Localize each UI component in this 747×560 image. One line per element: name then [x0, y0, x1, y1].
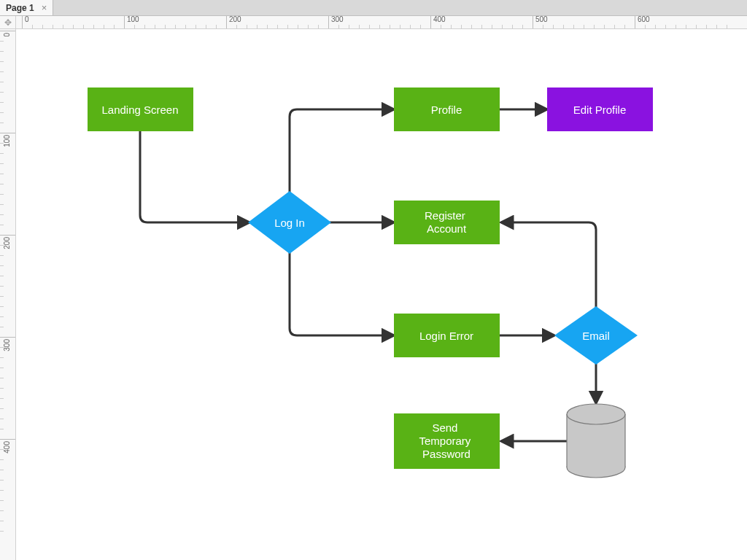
ruler-v-minor [0, 102, 4, 103]
ruler-v-minor [0, 347, 4, 348]
ruler-h-minor [349, 25, 349, 28]
ruler-h-minor [604, 25, 605, 28]
ruler-v-minor [0, 408, 4, 409]
ruler-v-major: 300 [0, 337, 16, 338]
node-label: Log In [274, 217, 305, 229]
ruler-v-minor [0, 122, 4, 123]
ruler-v-major: 0 [0, 31, 16, 31]
node-datastore[interactable] [567, 404, 625, 478]
close-icon[interactable]: × [42, 2, 47, 13]
ruler-v-minor [0, 174, 4, 174]
ruler-h-minor [573, 25, 574, 28]
node-profile[interactable]: Profile [394, 88, 500, 131]
ruler-h-minor [257, 25, 258, 28]
ruler-h-minor [93, 25, 94, 28]
ruler-h-minor [471, 25, 472, 28]
ruler-h-minor [563, 25, 564, 28]
edge-email-register[interactable] [501, 222, 596, 308]
ruler-h-minor [63, 25, 63, 28]
ruler-h-minor [42, 25, 43, 28]
ruler-h-minor [410, 25, 411, 28]
ruler-v-minor [0, 510, 4, 511]
ruler-h-minor [73, 25, 74, 28]
ruler-v-minor [0, 276, 4, 276]
ruler-h-minor [379, 25, 380, 28]
ruler-v-minor [0, 286, 4, 287]
ruler-h-minor [236, 25, 237, 28]
edge-landing-login[interactable] [140, 131, 249, 222]
node-email[interactable]: Email [554, 306, 638, 365]
ruler-v-major: 200 [0, 235, 16, 236]
ruler-v-minor [0, 398, 4, 399]
ruler-v-minor [0, 521, 4, 521]
node-label: Profile [431, 104, 462, 116]
ruler-h-minor [686, 25, 686, 28]
ruler-h-major: 400 [430, 16, 446, 28]
ruler-v-minor [0, 429, 4, 429]
svg-point-11 [567, 404, 625, 424]
ruler-v-minor [0, 531, 4, 532]
ruler-v-minor [0, 265, 4, 266]
ruler-h-minor [53, 25, 53, 28]
ruler-v-minor [0, 500, 4, 501]
ruler-v-minor [0, 255, 4, 256]
ruler-h-minor [175, 25, 176, 28]
ruler-row: ✥ 0100200300400500600 [0, 16, 747, 29]
ruler-v-minor [0, 41, 4, 42]
ruler-h-minor [308, 25, 309, 28]
ruler-v-minor [0, 316, 4, 317]
ruler-h-minor [696, 25, 697, 28]
ruler-h-minor [390, 25, 390, 28]
ruler-h-minor [216, 25, 217, 28]
ruler-h-minor [594, 25, 595, 28]
ruler-v-minor [0, 296, 4, 297]
node-label: Edit Profile [573, 104, 627, 116]
ruler-v-major: 400 [0, 439, 16, 440]
ruler-h-minor [461, 25, 462, 28]
ruler-h-minor [492, 25, 492, 28]
ruler-h-major: 300 [328, 16, 344, 28]
ruler-h-minor [451, 25, 452, 28]
ruler-h-major: 100 [124, 16, 139, 28]
ruler-v-minor [0, 357, 4, 358]
ruler-v-minor [0, 143, 4, 144]
ruler-v-minor [0, 194, 4, 195]
ruler-h-minor [655, 25, 656, 28]
ruler-v-major: 100 [0, 133, 16, 133]
node-edit-profile[interactable]: Edit Profile [547, 88, 653, 131]
ruler-v-minor [0, 71, 4, 72]
ruler-v-minor [0, 214, 4, 215]
node-label: Register Account [425, 209, 468, 235]
ruler-v-minor [0, 245, 4, 246]
ruler-h-minor [481, 25, 482, 28]
node-label: Landing Screen [101, 104, 178, 116]
diagram-canvas[interactable]: Landing Screen Log In Profile Edit Profi… [16, 29, 747, 560]
ruler-h-minor [369, 25, 370, 28]
ruler-h-minor [614, 25, 615, 28]
edge-login-loginerr[interactable] [290, 252, 394, 335]
ruler-h-minor [420, 25, 421, 28]
vertical-ruler: 0100200300400 [0, 29, 16, 560]
ruler-v-minor [0, 388, 4, 389]
node-login-error[interactable]: Login Error [394, 314, 500, 357]
node-send-temporary-password[interactable]: Send Temporary Password [394, 413, 500, 469]
ruler-v-minor [0, 51, 4, 52]
node-landing-screen[interactable]: Landing Screen [88, 88, 193, 131]
ruler-h-minor [727, 25, 727, 28]
ruler-h-minor [165, 25, 166, 28]
edge-login-profile[interactable] [290, 109, 394, 193]
ruler-h-minor [206, 25, 206, 28]
ruler-h-major: 200 [226, 16, 241, 28]
ruler-h-minor [645, 25, 646, 28]
ruler-h-minor [267, 25, 268, 28]
tab-page-1[interactable]: Page 1 × [0, 0, 53, 15]
ruler-h-minor [553, 25, 554, 28]
node-label: Login Error [419, 330, 473, 342]
node-log-in[interactable]: Log In [248, 191, 331, 254]
ruler-h-minor [83, 25, 84, 28]
ruler-v-minor [0, 92, 4, 93]
node-register-account[interactable]: Register Account [394, 201, 500, 244]
ruler-h-minor [114, 25, 115, 28]
ruler-v-minor [0, 470, 4, 470]
ruler-h-minor [512, 25, 513, 28]
